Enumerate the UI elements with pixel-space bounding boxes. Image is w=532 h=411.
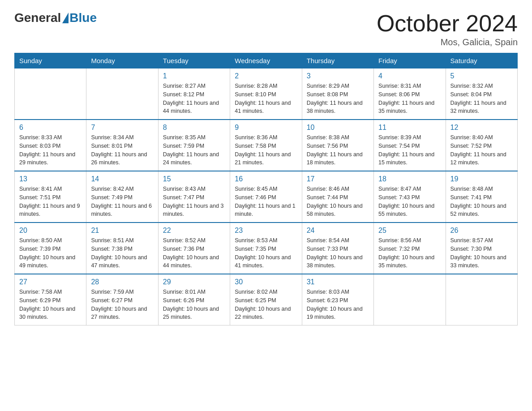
calendar-cell: 3Sunrise: 8:29 AM Sunset: 8:08 PM Daylig… (302, 68, 373, 120)
calendar-cell: 6Sunrise: 8:33 AM Sunset: 8:03 PM Daylig… (15, 120, 86, 171)
day-number: 24 (307, 227, 369, 235)
logo-triangle-icon (62, 13, 69, 23)
day-info: Sunrise: 8:41 AM Sunset: 7:51 PM Dayligh… (19, 185, 82, 218)
calendar-cell: 13Sunrise: 8:41 AM Sunset: 7:51 PM Dayli… (15, 171, 86, 223)
day-number: 21 (91, 227, 153, 235)
day-info: Sunrise: 8:48 AM Sunset: 7:41 PM Dayligh… (450, 185, 513, 218)
calendar-subtitle: Mos, Galicia, Spain (377, 37, 518, 47)
calendar-cell: 29Sunrise: 8:01 AM Sunset: 6:26 PM Dayli… (158, 274, 230, 325)
day-number: 14 (91, 175, 153, 183)
calendar-cell: 19Sunrise: 8:48 AM Sunset: 7:41 PM Dayli… (446, 171, 517, 223)
day-number: 13 (19, 175, 82, 183)
day-info: Sunrise: 8:42 AM Sunset: 7:49 PM Dayligh… (91, 185, 153, 218)
day-info: Sunrise: 8:39 AM Sunset: 7:54 PM Dayligh… (378, 133, 441, 167)
day-info: Sunrise: 8:46 AM Sunset: 7:44 PM Dayligh… (307, 185, 369, 218)
day-info: Sunrise: 8:27 AM Sunset: 8:12 PM Dayligh… (163, 82, 225, 116)
logo-general-text: General (14, 11, 61, 25)
calendar-cell: 17Sunrise: 8:46 AM Sunset: 7:44 PM Dayli… (302, 171, 373, 223)
day-info: Sunrise: 8:36 AM Sunset: 7:58 PM Dayligh… (235, 133, 297, 167)
day-number: 22 (163, 227, 225, 235)
day-number: 27 (19, 278, 82, 286)
day-number: 11 (378, 124, 441, 132)
day-info: Sunrise: 8:28 AM Sunset: 8:10 PM Dayligh… (235, 82, 297, 116)
header-day-monday: Monday (86, 53, 158, 68)
header-day-tuesday: Tuesday (158, 53, 230, 68)
calendar-cell: 15Sunrise: 8:43 AM Sunset: 7:47 PM Dayli… (158, 171, 230, 223)
day-info: Sunrise: 8:56 AM Sunset: 7:32 PM Dayligh… (378, 236, 441, 270)
day-number: 26 (450, 227, 513, 235)
day-info: Sunrise: 7:58 AM Sunset: 6:29 PM Dayligh… (19, 288, 82, 321)
calendar-cell: 20Sunrise: 8:50 AM Sunset: 7:39 PM Dayli… (15, 223, 86, 274)
day-info: Sunrise: 8:40 AM Sunset: 7:52 PM Dayligh… (450, 133, 513, 167)
week-row-2: 6Sunrise: 8:33 AM Sunset: 8:03 PM Daylig… (15, 120, 518, 171)
day-info: Sunrise: 8:47 AM Sunset: 7:43 PM Dayligh… (378, 185, 441, 218)
day-number: 29 (163, 278, 225, 286)
calendar-cell (15, 68, 86, 120)
day-number: 31 (307, 278, 369, 286)
day-info: Sunrise: 7:59 AM Sunset: 6:27 PM Dayligh… (91, 288, 153, 321)
day-number: 25 (378, 227, 441, 235)
day-number: 7 (91, 124, 153, 132)
day-number: 20 (19, 227, 82, 235)
calendar-cell: 30Sunrise: 8:02 AM Sunset: 6:25 PM Dayli… (230, 274, 302, 325)
day-info: Sunrise: 8:51 AM Sunset: 7:38 PM Dayligh… (91, 236, 153, 270)
week-row-5: 27Sunrise: 7:58 AM Sunset: 6:29 PM Dayli… (15, 274, 518, 325)
calendar-cell (86, 68, 158, 120)
header-day-thursday: Thursday (302, 53, 373, 68)
calendar-cell: 18Sunrise: 8:47 AM Sunset: 7:43 PM Dayli… (374, 171, 446, 223)
day-info: Sunrise: 8:45 AM Sunset: 7:46 PM Dayligh… (235, 185, 297, 218)
day-info: Sunrise: 8:38 AM Sunset: 7:56 PM Dayligh… (307, 133, 369, 167)
title-block: October 2024 Mos, Galicia, Spain (377, 11, 518, 47)
day-number: 2 (235, 72, 297, 80)
day-info: Sunrise: 8:32 AM Sunset: 8:04 PM Dayligh… (450, 82, 513, 116)
day-info: Sunrise: 8:54 AM Sunset: 7:33 PM Dayligh… (307, 236, 369, 270)
day-info: Sunrise: 8:57 AM Sunset: 7:30 PM Dayligh… (450, 236, 513, 270)
day-info: Sunrise: 8:43 AM Sunset: 7:47 PM Dayligh… (163, 185, 225, 218)
day-info: Sunrise: 8:29 AM Sunset: 8:08 PM Dayligh… (307, 82, 369, 116)
day-number: 10 (307, 124, 369, 132)
header-day-wednesday: Wednesday (230, 53, 302, 68)
calendar-cell: 8Sunrise: 8:35 AM Sunset: 7:59 PM Daylig… (158, 120, 230, 171)
calendar-table: SundayMondayTuesdayWednesdayThursdayFrid… (14, 53, 518, 325)
calendar-cell: 28Sunrise: 7:59 AM Sunset: 6:27 PM Dayli… (86, 274, 158, 325)
day-info: Sunrise: 8:52 AM Sunset: 7:36 PM Dayligh… (163, 236, 225, 270)
week-row-4: 20Sunrise: 8:50 AM Sunset: 7:39 PM Dayli… (15, 223, 518, 274)
day-info: Sunrise: 8:34 AM Sunset: 8:01 PM Dayligh… (91, 133, 153, 167)
calendar-cell: 2Sunrise: 8:28 AM Sunset: 8:10 PM Daylig… (230, 68, 302, 120)
day-info: Sunrise: 8:02 AM Sunset: 6:25 PM Dayligh… (235, 288, 297, 321)
calendar-cell: 31Sunrise: 8:03 AM Sunset: 6:23 PM Dayli… (302, 274, 373, 325)
calendar-cell: 25Sunrise: 8:56 AM Sunset: 7:32 PM Dayli… (374, 223, 446, 274)
calendar-cell: 11Sunrise: 8:39 AM Sunset: 7:54 PM Dayli… (374, 120, 446, 171)
calendar-cell: 26Sunrise: 8:57 AM Sunset: 7:30 PM Dayli… (446, 223, 517, 274)
logo: General Blue (14, 11, 97, 25)
header-day-sunday: Sunday (15, 53, 86, 68)
day-number: 18 (378, 175, 441, 183)
calendar-cell (374, 274, 446, 325)
header-day-friday: Friday (374, 53, 446, 68)
calendar-cell: 14Sunrise: 8:42 AM Sunset: 7:49 PM Dayli… (86, 171, 158, 223)
week-row-1: 1Sunrise: 8:27 AM Sunset: 8:12 PM Daylig… (15, 68, 518, 120)
day-info: Sunrise: 8:03 AM Sunset: 6:23 PM Dayligh… (307, 288, 369, 321)
calendar-cell: 21Sunrise: 8:51 AM Sunset: 7:38 PM Dayli… (86, 223, 158, 274)
day-number: 23 (235, 227, 297, 235)
logo-blue-text: Blue (69, 11, 97, 25)
calendar-cell: 9Sunrise: 8:36 AM Sunset: 7:58 PM Daylig… (230, 120, 302, 171)
day-info: Sunrise: 8:53 AM Sunset: 7:35 PM Dayligh… (235, 236, 297, 270)
week-row-3: 13Sunrise: 8:41 AM Sunset: 7:51 PM Dayli… (15, 171, 518, 223)
day-number: 15 (163, 175, 225, 183)
day-number: 8 (163, 124, 225, 132)
day-number: 28 (91, 278, 153, 286)
calendar-body: 1Sunrise: 8:27 AM Sunset: 8:12 PM Daylig… (15, 68, 518, 325)
day-number: 4 (378, 72, 441, 80)
calendar-cell: 22Sunrise: 8:52 AM Sunset: 7:36 PM Dayli… (158, 223, 230, 274)
day-number: 5 (450, 72, 513, 80)
calendar-header: SundayMondayTuesdayWednesdayThursdayFrid… (15, 53, 518, 68)
day-number: 19 (450, 175, 513, 183)
calendar-cell: 12Sunrise: 8:40 AM Sunset: 7:52 PM Dayli… (446, 120, 517, 171)
day-info: Sunrise: 8:35 AM Sunset: 7:59 PM Dayligh… (163, 133, 225, 167)
day-number: 17 (307, 175, 369, 183)
day-number: 1 (163, 72, 225, 80)
calendar-cell: 4Sunrise: 8:31 AM Sunset: 8:06 PM Daylig… (374, 68, 446, 120)
calendar-cell: 27Sunrise: 7:58 AM Sunset: 6:29 PM Dayli… (15, 274, 86, 325)
day-info: Sunrise: 8:31 AM Sunset: 8:06 PM Dayligh… (378, 82, 441, 116)
